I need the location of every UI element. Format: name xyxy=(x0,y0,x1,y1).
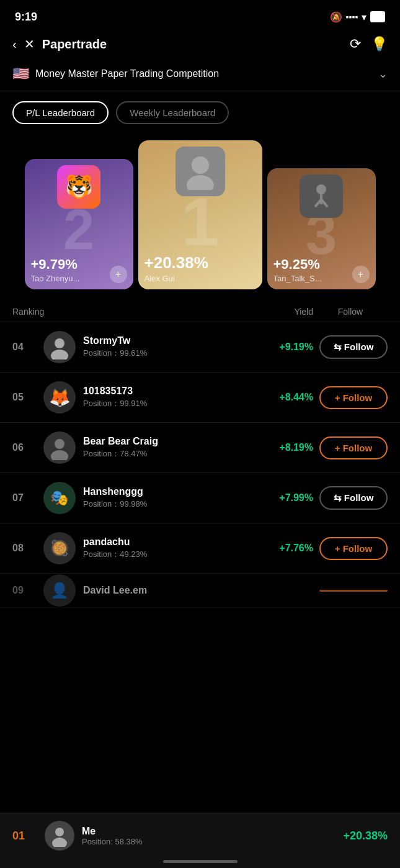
competition-flag: 🇺🇸 xyxy=(12,66,29,82)
svg-point-2 xyxy=(316,184,326,194)
leaderboard-header: Ranking Yield Follow xyxy=(0,302,400,322)
signal-icon: ▪▪▪▪ xyxy=(346,12,358,22)
lightbulb-icon[interactable]: 💡 xyxy=(371,36,388,52)
podium-1st-name: Alex Gui xyxy=(144,274,256,283)
row-info: StormyTw Position：99.61% xyxy=(83,335,264,359)
podium-section: 2 🐯 +9.79% Tao Zhenyu... + 1 +20.38% Ale… xyxy=(0,134,400,302)
close-button[interactable]: ✕ xyxy=(24,37,35,52)
row-rank: 07 xyxy=(12,492,43,504)
bottom-info: Me Position: 58.38% xyxy=(82,826,336,846)
follow-button[interactable]: ⇆ Follow xyxy=(319,335,388,359)
podium-1st-avatar-wrap xyxy=(176,147,225,196)
row-position: Position：49.23% xyxy=(83,549,264,560)
row-avatar: 🎭 xyxy=(43,482,76,514)
header-ranking: Ranking xyxy=(12,307,50,317)
podium-3rd-follow-button[interactable]: + xyxy=(352,266,370,283)
podium-3rd: 3 +9.25% Tan_Talk_S... + xyxy=(267,168,376,289)
row-rank: 09 xyxy=(12,585,43,596)
svg-point-9 xyxy=(51,450,68,460)
home-indicator xyxy=(163,860,238,863)
header-spacer xyxy=(50,307,257,317)
row-avatar xyxy=(43,432,76,464)
nav-actions: ⟳ 💡 xyxy=(350,36,388,52)
mute-icon: 🔕 xyxy=(330,11,342,23)
svg-point-6 xyxy=(55,338,64,348)
svg-point-8 xyxy=(55,439,64,449)
row-info: Hanshenggg Position：99.98% xyxy=(83,486,264,510)
leaderboard-row: 06 Bear Bear Craig Position：78.47% +8.19… xyxy=(0,423,400,473)
svg-point-0 xyxy=(192,156,209,174)
nav-bar: ‹ ✕ Papertrade ⟳ 💡 xyxy=(0,31,400,57)
row-position: Position：78.47% xyxy=(83,448,264,459)
row-yield: +7.99% xyxy=(264,492,313,504)
chevron-down-icon: ⌄ xyxy=(378,67,388,81)
row-avatar: 👤 xyxy=(43,574,76,607)
follow-button[interactable]: + Follow xyxy=(319,436,388,459)
bottom-username: Me xyxy=(82,826,336,837)
row-info: Bear Bear Craig Position：78.47% xyxy=(83,436,264,459)
podium-rank-2: 2 xyxy=(63,202,94,258)
row-info: pandachu Position：49.23% xyxy=(83,536,264,560)
follow-button[interactable]: + Follow xyxy=(319,537,388,560)
leaderboard-row: 04 StormyTw Position：99.61% +9.19% ⇆ Fol… xyxy=(0,322,400,373)
row-position: Position：99.98% xyxy=(83,499,264,510)
row-rank: 05 xyxy=(12,392,43,403)
row-username: StormyTw xyxy=(83,335,264,346)
row-yield: +9.19% xyxy=(264,341,313,353)
row-info: 101835173 Position：99.91% xyxy=(83,386,264,409)
tabs-container: P/L Leaderboard Weekly Leaderboard xyxy=(0,91,400,134)
leaderboard-list: 04 StormyTw Position：99.61% +9.19% ⇆ Fol… xyxy=(0,322,400,608)
bottom-position: Position: 58.38% xyxy=(82,837,336,846)
header-follow: Follow xyxy=(313,307,388,317)
svg-point-7 xyxy=(51,350,68,359)
row-yield: +8.44% xyxy=(264,392,313,403)
row-avatar xyxy=(43,331,76,363)
follow-button[interactable]: ⇆ Follow xyxy=(319,486,388,510)
bottom-avatar xyxy=(45,821,74,851)
bottom-yield: +20.38% xyxy=(343,830,388,843)
row-info: David Lee.em xyxy=(83,585,319,596)
row-yield: +7.76% xyxy=(264,543,313,554)
leaderboard-row-partial: 09 👤 David Lee.em xyxy=(0,574,400,608)
podium-1st-yield: +20.38% xyxy=(144,253,256,273)
status-icons: 🔕 ▪▪▪▪ ▾ 66 xyxy=(330,11,385,23)
row-rank: 08 xyxy=(12,543,43,554)
competition-title: Money Master Paper Trading Competition xyxy=(35,68,372,79)
leaderboard-row: 07 🎭 Hanshenggg Position：99.98% +7.99% ⇆… xyxy=(0,473,400,523)
status-bar: 9:19 🔕 ▪▪▪▪ ▾ 66 xyxy=(0,0,400,31)
tab-weekly-leaderboard[interactable]: Weekly Leaderboard xyxy=(116,101,229,124)
bottom-rank: 01 xyxy=(12,830,37,843)
row-username: David Lee.em xyxy=(83,585,319,596)
follow-button[interactable]: + Follow xyxy=(319,386,388,409)
podium-2nd-avatar: 🐯 xyxy=(57,165,100,209)
row-username: 101835173 xyxy=(83,386,264,397)
row-yield: +8.19% xyxy=(264,442,313,453)
partial-follow-line xyxy=(319,590,388,592)
svg-point-1 xyxy=(187,175,214,190)
row-username: pandachu xyxy=(83,536,264,548)
page-title: Papertrade xyxy=(42,37,342,52)
competition-banner[interactable]: 🇺🇸 Money Master Paper Trading Competitio… xyxy=(0,57,400,91)
leaderboard-row: 05 🦊 101835173 Position：99.91% +8.44% + … xyxy=(0,373,400,423)
refresh-icon[interactable]: ⟳ xyxy=(350,36,361,52)
battery-indicator: 66 xyxy=(370,11,385,22)
row-avatar: 🦊 xyxy=(43,381,76,414)
row-username: Bear Bear Craig xyxy=(83,436,264,447)
row-rank: 06 xyxy=(12,442,43,453)
podium-1st-avatar xyxy=(176,147,225,196)
svg-point-10 xyxy=(55,828,64,836)
podium-3rd-avatar-wrap xyxy=(300,174,343,218)
podium-2nd-follow-button[interactable]: + xyxy=(110,266,127,283)
back-button[interactable]: ‹ xyxy=(12,37,17,52)
leaderboard-row: 08 🥘 pandachu Position：49.23% +7.76% + F… xyxy=(0,523,400,574)
row-position: Position：99.61% xyxy=(83,348,264,359)
row-avatar: 🥘 xyxy=(43,532,76,564)
podium-3rd-avatar xyxy=(300,174,343,218)
header-yield: Yield xyxy=(257,307,313,317)
wifi-icon: ▾ xyxy=(362,11,367,23)
podium-2nd: 2 🐯 +9.79% Tao Zhenyu... + xyxy=(25,159,133,289)
tab-pl-leaderboard[interactable]: P/L Leaderboard xyxy=(12,101,109,124)
person-walking-icon xyxy=(306,181,337,212)
row-username: Hanshenggg xyxy=(83,486,264,497)
row-position: Position：99.91% xyxy=(83,398,264,409)
